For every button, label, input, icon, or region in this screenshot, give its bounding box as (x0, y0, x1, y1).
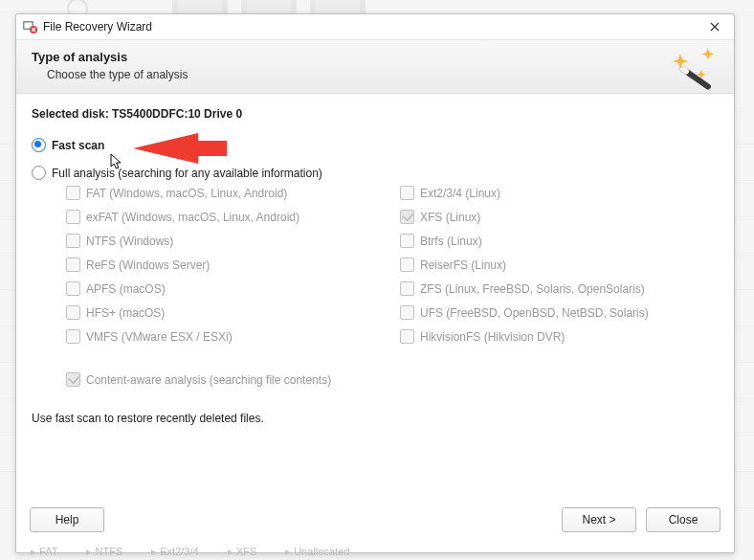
fast-scan-hint: Use fast scan to restore recently delete… (32, 412, 719, 425)
close-icon (710, 22, 720, 32)
checkbox-icon (66, 281, 80, 296)
radio-icon (32, 166, 46, 180)
fs-option-xfs[interactable]: XFS (Linux) (400, 210, 719, 224)
checkbox-icon (400, 234, 414, 248)
fs-option-fat[interactable]: FAT (Windows, macOS, Linux, Android) (66, 186, 396, 200)
checkbox-checked-icon (400, 210, 414, 224)
wizard-header: Type of analysis Choose the type of anal… (16, 39, 734, 94)
radio-label: Fast scan (52, 139, 104, 152)
radio-full-analysis[interactable]: Full analysis (searching for any availab… (32, 166, 719, 180)
window-close-button[interactable] (701, 17, 728, 36)
window-title: File Recovery Wizard (43, 20, 152, 34)
svg-marker-6 (701, 48, 714, 60)
app-icon (22, 19, 37, 34)
fs-option-hfs[interactable]: HFS+ (macOS) (66, 305, 396, 320)
radio-fast-scan[interactable]: Fast scan (32, 138, 719, 152)
checkbox-icon (400, 186, 414, 200)
fs-option-vmfs[interactable]: VMFS (VMware ESX / ESXi) (66, 329, 396, 344)
checkbox-icon (66, 186, 80, 200)
wizard-body: Selected disk: TS5400DDFC:10 Drive 0 Fas… (16, 94, 734, 497)
fs-option-ntfs[interactable]: NTFS (Windows) (66, 234, 396, 248)
checkbox-icon (400, 329, 414, 344)
fs-option-exfat[interactable]: exFAT (Windows, macOS, Linux, Android) (66, 210, 396, 224)
fs-option-hikvisionfs[interactable]: HikvisionFS (Hikvision DVR) (400, 329, 719, 344)
header-subtitle: Choose the type of analysis (47, 68, 719, 81)
filesystem-options: FAT (Windows, macOS, Linux, Android) Ext… (66, 186, 719, 344)
content-aware-option[interactable]: Content-aware analysis (searching file c… (66, 372, 719, 387)
svg-marker-5 (673, 54, 688, 69)
radio-label: Full analysis (searching for any availab… (52, 167, 322, 180)
background-status-hints: FAT NTFS Ext2/3/4 XFS Unallocated (31, 546, 349, 558)
fs-option-apfs[interactable]: APFS (macOS) (66, 281, 396, 296)
checkbox-icon (400, 258, 414, 272)
titlebar: File Recovery Wizard (16, 14, 734, 39)
fs-option-reiserfs[interactable]: ReiserFS (Linux) (400, 258, 719, 272)
next-button[interactable]: Next > (562, 507, 636, 532)
fs-option-ufs[interactable]: UFS (FreeBSD, OpenBSD, NetBSD, Solaris) (400, 305, 719, 320)
close-button[interactable]: Close (646, 507, 721, 532)
checkbox-icon (400, 305, 414, 320)
file-recovery-wizard-dialog: File Recovery Wizard Type of analysis Ch… (15, 13, 735, 553)
checkbox-icon (66, 329, 80, 344)
radio-icon (32, 138, 46, 152)
checkbox-icon (66, 210, 80, 224)
annotation-arrow-icon (133, 128, 229, 168)
fs-option-ext[interactable]: Ext2/3/4 (Linux) (400, 186, 719, 200)
fs-option-btrfs[interactable]: Btrfs (Linux) (400, 234, 719, 248)
wizard-footer: Help Next > Close (16, 497, 734, 552)
checkbox-icon (66, 234, 80, 248)
wizard-wand-icon (669, 46, 721, 94)
checkbox-checked-icon (66, 372, 80, 387)
fs-option-refs[interactable]: ReFS (Windows Server) (66, 258, 396, 272)
help-button[interactable]: Help (30, 507, 104, 532)
header-title: Type of analysis (32, 50, 719, 64)
checkbox-icon (66, 305, 80, 320)
fs-option-zfs[interactable]: ZFS (Linux, FreeBSD, Solaris, OpenSolari… (400, 281, 719, 296)
checkbox-icon (400, 281, 414, 296)
selected-disk-label: Selected disk: TS5400DDFC:10 Drive 0 (32, 107, 719, 121)
checkbox-icon (66, 258, 80, 272)
